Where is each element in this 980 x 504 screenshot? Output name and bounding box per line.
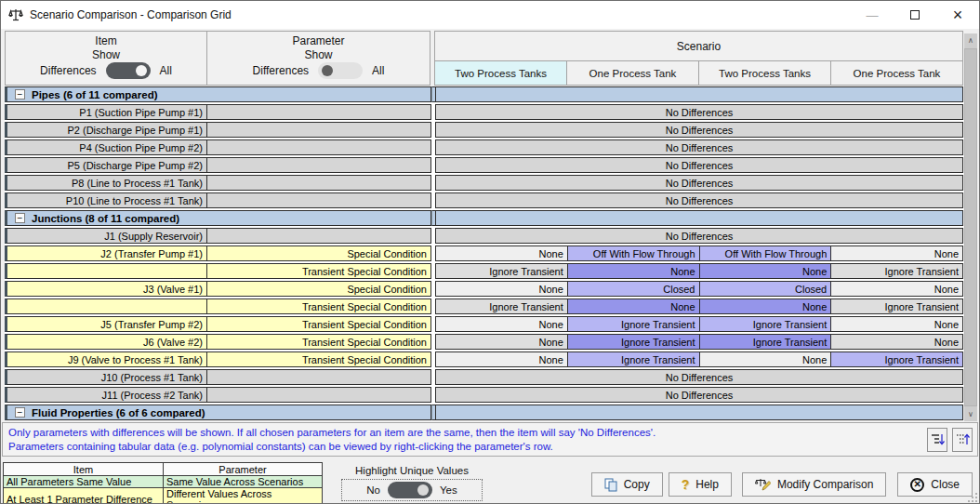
value-cell[interactable]: None — [831, 282, 962, 296]
parameter-cell[interactable] — [207, 105, 430, 119]
section-header[interactable]: −Junctions (8 of 11 compared) — [5, 210, 431, 226]
parameter-show-toggle[interactable] — [318, 62, 363, 79]
parameter-cell[interactable]: Special Condition — [207, 282, 430, 296]
value-cell[interactable]: Closed — [568, 282, 700, 296]
collapse-icon[interactable]: − — [15, 89, 25, 99]
value-cell[interactable]: Ignore Transient — [700, 335, 832, 349]
parameter-cell[interactable] — [207, 123, 430, 137]
parameter-cell[interactable] — [207, 176, 430, 190]
value-cell[interactable]: None — [436, 317, 568, 331]
value-cell[interactable]: Ignore Transient — [568, 317, 700, 331]
parameter-cell[interactable] — [207, 370, 430, 384]
value-cell[interactable]: None — [700, 264, 832, 278]
value-cell[interactable]: Ignore Transient — [831, 352, 962, 366]
scenario-tab[interactable]: One Process Tank — [567, 61, 699, 85]
value-cell[interactable]: None — [436, 282, 568, 296]
value-cell[interactable]: None — [568, 264, 700, 278]
parameter-cell[interactable] — [207, 140, 430, 154]
vertical-scrollbar[interactable]: ∧ ∨ — [964, 33, 977, 421]
item-cell[interactable] — [7, 264, 207, 278]
value-cell[interactable]: Off With Flow Through — [700, 246, 832, 260]
no-differences-cell[interactable]: No Differences — [436, 158, 962, 172]
item-cell[interactable]: J11 (Process #2 Tank) — [7, 388, 207, 402]
scrollbar-thumb[interactable] — [964, 48, 977, 406]
scroll-down-icon[interactable]: ∨ — [964, 407, 977, 421]
parameter-cell[interactable] — [207, 229, 430, 243]
no-differences-cell[interactable]: No Differences — [436, 176, 962, 190]
value-cell[interactable]: Ignore Transient — [700, 317, 832, 331]
scenario-tab[interactable]: Two Process Tanks — [435, 61, 567, 85]
item-cell[interactable]: J10 (Process #1 Tank) — [7, 370, 207, 384]
item-header: Item Show Differences All — [5, 31, 207, 86]
value-cell[interactable]: None — [831, 335, 962, 349]
item-cell[interactable]: P5 (Discharge Pipe Pump #2) — [7, 158, 207, 172]
no-differences-cell[interactable]: No Differences — [436, 105, 962, 119]
parameter-cell[interactable] — [207, 158, 430, 172]
item-cell[interactable]: J2 (Transfer Pump #1) — [7, 246, 207, 260]
close-button[interactable]: × — [936, 1, 979, 29]
value-cell[interactable]: None — [436, 335, 568, 349]
value-cell[interactable]: None — [700, 299, 832, 313]
value-cell[interactable]: Ignore Transient — [831, 299, 962, 313]
value-cell[interactable]: None — [831, 246, 962, 260]
collapse-icon[interactable]: − — [15, 213, 25, 223]
minimize-button[interactable]: — — [851, 1, 894, 29]
collapse-groups-button[interactable] — [952, 428, 973, 452]
item-show-toggle[interactable] — [106, 62, 151, 79]
scrollbar-track[interactable] — [964, 47, 977, 407]
highlight-toggle[interactable] — [388, 482, 432, 498]
parameter-cell[interactable]: Transient Special Condition — [207, 352, 430, 366]
item-cell[interactable]: P8 (Line to Process #1 Tank) — [7, 176, 207, 190]
value-cell[interactable]: None — [831, 317, 962, 331]
item-cell[interactable]: P10 (Line to Process #1 Tank) — [7, 193, 207, 207]
value-cell[interactable]: None — [436, 246, 568, 260]
item-cell[interactable] — [7, 299, 207, 313]
value-cell[interactable]: None — [436, 352, 568, 366]
no-differences-cell[interactable]: No Differences — [436, 123, 962, 137]
item-cell[interactable]: P2 (Discharge Pipe Pump #1) — [7, 123, 207, 137]
value-cell[interactable]: Ignore Transient — [568, 335, 700, 349]
scenario-tab[interactable]: One Process Tank — [831, 61, 962, 85]
value-cell[interactable]: Closed — [700, 282, 832, 296]
item-cell[interactable]: J9 (Valve to Process #1 Tank) — [7, 352, 207, 366]
scenario-tab[interactable]: Two Process Tanks — [699, 61, 831, 85]
toggle-knob — [136, 65, 147, 76]
close-dialog-button[interactable]: ✕ Close — [897, 472, 973, 497]
item-cell[interactable]: J1 (Supply Reservoir) — [7, 229, 207, 243]
no-differences-cell[interactable]: No Differences — [436, 229, 962, 243]
section-header[interactable]: −Fluid Properties (6 of 6 compared) — [5, 405, 431, 420]
parameter-cell[interactable]: Transient Special Condition — [207, 335, 430, 349]
value-cell[interactable]: Off With Flow Through — [568, 246, 700, 260]
parameter-cell[interactable] — [207, 193, 430, 207]
parameter-cell[interactable]: Transient Special Condition — [207, 299, 430, 313]
parameter-cell[interactable]: Transient Special Condition — [207, 264, 430, 278]
item-cell[interactable]: J6 (Valve #2) — [7, 335, 207, 349]
no-differences-cell[interactable]: No Differences — [436, 140, 962, 154]
modify-comparison-button[interactable]: Modify Comparison — [742, 472, 886, 497]
collapse-icon[interactable]: − — [15, 407, 25, 418]
section-header-right — [435, 405, 963, 420]
no-differences-cell[interactable]: No Differences — [436, 193, 962, 207]
item-cell[interactable]: P4 (Suction Pipe Pump #2) — [7, 140, 207, 154]
help-button[interactable]: ? Help — [669, 472, 732, 497]
expand-groups-button[interactable] — [927, 428, 947, 452]
no-differences-cell[interactable]: No Differences — [436, 388, 962, 402]
value-cell[interactable]: Ignore Transient — [436, 299, 568, 313]
item-cell[interactable]: J3 (Valve #1) — [7, 282, 207, 296]
value-cell[interactable]: Ignore Transient — [831, 264, 962, 278]
parameter-cell[interactable]: Transient Special Condition — [207, 317, 430, 331]
value-cell[interactable]: Ignore Transient — [568, 352, 700, 366]
value-cell[interactable]: Ignore Transient — [436, 264, 568, 278]
item-cell[interactable]: P1 (Suction Pipe Pump #1) — [7, 105, 207, 119]
parameter-cell[interactable]: Special Condition — [207, 246, 430, 260]
parameter-cell[interactable] — [207, 388, 430, 402]
copy-button[interactable]: Copy — [591, 472, 663, 497]
resize-grip[interactable] — [968, 493, 977, 502]
no-differences-cell[interactable]: No Differences — [436, 370, 962, 384]
value-cell[interactable]: None — [700, 352, 832, 366]
value-cell[interactable]: None — [568, 299, 700, 313]
item-cell[interactable]: J5 (Transfer Pump #2) — [7, 317, 207, 331]
scroll-up-icon[interactable]: ∧ — [964, 33, 977, 47]
section-header[interactable]: −Pipes (6 of 11 compared) — [5, 86, 431, 102]
maximize-button[interactable] — [894, 1, 936, 29]
